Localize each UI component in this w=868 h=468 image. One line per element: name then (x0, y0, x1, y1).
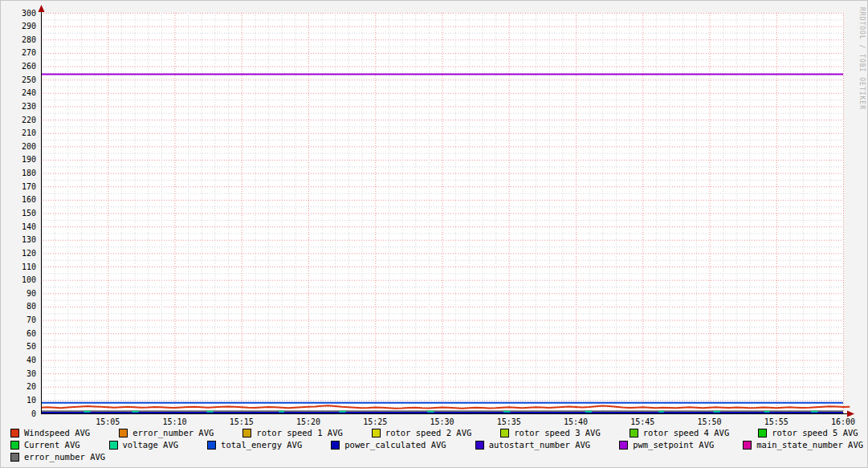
y-tick-label: 190 (22, 155, 36, 164)
rrdtool-watermark: RRDTOOL / TOBI OETIKER (858, 7, 866, 110)
y-tick-label: 70 (26, 315, 36, 324)
legend-swatch (10, 453, 19, 462)
y-tick-label: 10 (26, 396, 36, 405)
x-tick-label: 15:40 (564, 417, 588, 426)
legend-item: Windspeed AVG (10, 427, 90, 438)
y-tick-label: 170 (22, 182, 36, 191)
legend-swatch (758, 429, 767, 437)
y-tick-label: 100 (22, 275, 36, 284)
y-tick-label: 270 (22, 48, 36, 57)
legend-item: autostart_number AVG (475, 439, 590, 450)
legend-item: pwm_setpoint AVG (619, 439, 714, 450)
x-axis-arrow (847, 411, 854, 417)
chart-canvas: 0102030405060708090100110120130140150160… (1, 1, 868, 426)
chart-legend: Windspeed AVGerror_number AVGrotor speed… (10, 427, 862, 463)
y-tick-label: 160 (22, 195, 36, 204)
x-tick-label: 15:35 (497, 417, 521, 426)
legend-swatch (500, 429, 509, 437)
y-tick-label: 280 (22, 35, 36, 44)
legend-label: rotor speed 2 AVG (385, 427, 471, 438)
y-tick-label: 60 (26, 329, 36, 338)
y-tick-label: 80 (26, 302, 36, 311)
legend-item: rotor speed 2 AVG (372, 427, 471, 438)
legend-swatch (475, 441, 484, 450)
y-tick-label: 230 (22, 102, 36, 111)
legend-item: rotor speed 3 AVG (500, 427, 600, 438)
y-tick-label: 290 (22, 22, 36, 31)
x-tick-label: 15:45 (630, 417, 654, 426)
legend-swatch (372, 429, 381, 437)
legend-label: main_state_number AVG (756, 439, 863, 450)
legend-item: voltage AVG (109, 439, 179, 450)
legend-row: error_number AVG (10, 451, 862, 462)
legend-swatch (119, 429, 128, 437)
legend-swatch (242, 429, 251, 437)
legend-item: error_number AVG (10, 451, 105, 462)
legend-label: Current AVG (24, 439, 80, 450)
y-tick-label: 250 (22, 75, 36, 84)
y-tick-label: 180 (22, 169, 36, 177)
legend-swatch (331, 441, 340, 450)
y-tick-label: 130 (22, 235, 36, 244)
y-tick-label: 20 (26, 382, 36, 391)
y-axis-arrow (39, 5, 45, 12)
y-tick-label: 300 (22, 9, 36, 18)
legend-label: total_energy AVG (221, 439, 302, 450)
legend-row: Windspeed AVGerror_number AVGrotor speed… (10, 427, 862, 438)
y-tick-label: 220 (22, 116, 36, 124)
legend-item: error_number AVG (119, 427, 214, 438)
legend-row: Current AVGvoltage AVGtotal_energy AVGpo… (10, 439, 862, 450)
legend-label: autostart_number AVG (489, 439, 590, 450)
x-tick-label: 15:10 (162, 417, 186, 426)
legend-swatch (10, 429, 19, 437)
legend-label: error_number AVG (132, 427, 214, 438)
y-tick-label: 260 (22, 62, 36, 71)
legend-label: rotor speed 3 AVG (514, 427, 600, 438)
legend-item: Current AVG (10, 439, 80, 450)
legend-label: rotor speed 5 AVG (772, 427, 858, 438)
x-tick-label: 15:50 (697, 417, 721, 426)
y-tick-label: 150 (22, 209, 36, 218)
legend-swatch (630, 429, 638, 437)
rrdtool-graph: 0102030405060708090100110120130140150160… (0, 0, 868, 468)
legend-label: Windspeed AVG (24, 427, 90, 438)
legend-label: power_calculated AVG (344, 439, 446, 450)
y-tick-label: 110 (22, 262, 36, 271)
y-tick-label: 0 (31, 409, 36, 418)
legend-label: error_number AVG (24, 451, 105, 462)
legend-swatch (207, 441, 216, 450)
x-tick-label: 15:15 (230, 417, 254, 426)
legend-item: rotor speed 1 AVG (242, 427, 342, 438)
y-tick-label: 200 (22, 142, 36, 151)
legend-swatch (10, 441, 19, 450)
y-tick-label: 240 (22, 88, 36, 97)
legend-swatch (743, 441, 752, 450)
legend-label: rotor speed 1 AVG (256, 427, 342, 438)
legend-label: rotor speed 4 AVG (643, 427, 729, 438)
x-tick-label: 16:00 (831, 417, 855, 426)
legend-label: pwm_setpoint AVG (633, 439, 714, 450)
y-tick-label: 120 (22, 249, 36, 258)
x-tick-label: 15:05 (96, 417, 120, 426)
y-tick-label: 40 (26, 356, 36, 364)
y-tick-label: 50 (26, 342, 36, 351)
legend-item: power_calculated AVG (331, 439, 446, 450)
legend-item: total_energy AVG (207, 439, 302, 450)
x-tick-label: 15:30 (430, 417, 454, 426)
legend-item: main_state_number AVG (743, 439, 863, 450)
legend-item: rotor speed 5 AVG (758, 427, 858, 438)
y-tick-label: 90 (26, 289, 36, 298)
legend-label: voltage AVG (123, 439, 179, 450)
x-tick-label: 15:20 (296, 417, 320, 426)
y-tick-label: 140 (22, 222, 36, 231)
x-tick-label: 15:55 (764, 417, 789, 426)
y-tick-label: 30 (26, 369, 36, 378)
legend-item: rotor speed 4 AVG (630, 427, 729, 438)
legend-swatch (109, 441, 118, 450)
x-tick-label: 15:25 (363, 417, 387, 426)
legend-swatch (619, 441, 628, 450)
y-tick-label: 210 (22, 128, 36, 137)
